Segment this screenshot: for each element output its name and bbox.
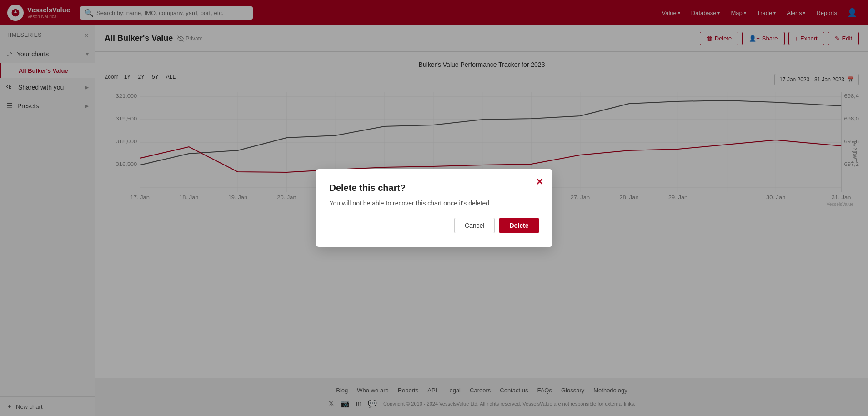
modal-cancel-button[interactable]: Cancel <box>454 218 495 233</box>
delete-modal: ✕ Delete this chart? You will not be abl… <box>316 169 552 247</box>
modal-close-button[interactable]: ✕ <box>536 176 543 187</box>
modal-body: You will not be able to recover this cha… <box>330 200 539 207</box>
modal-delete-button[interactable]: Delete <box>499 218 538 233</box>
modal-overlay[interactable]: ✕ Delete this chart? You will not be abl… <box>0 0 868 416</box>
modal-title: Delete this chart? <box>330 183 539 193</box>
modal-actions: Cancel Delete <box>330 218 539 233</box>
